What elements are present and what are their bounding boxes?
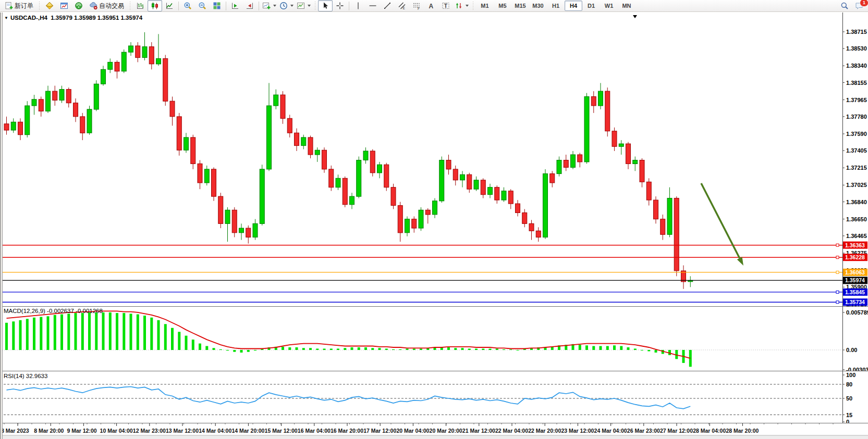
label-tool-button[interactable]: T <box>438 0 453 11</box>
price-badge: 1.36063 <box>843 269 867 276</box>
svg-text:1.36650: 1.36650 <box>846 216 867 222</box>
svg-text:-0.003039: -0.003039 <box>846 367 868 371</box>
signals-button[interactable] <box>71 0 86 11</box>
svg-text:1.36228: 1.36228 <box>845 254 865 260</box>
main-price-panel[interactable]: 1.387151.385301.383401.381551.379651.377… <box>0 12 868 306</box>
clock-icon <box>279 2 288 10</box>
candlestick-chart-button[interactable] <box>148 0 162 11</box>
zoom-in-button[interactable] <box>180 0 195 11</box>
arrows-icon <box>455 2 463 10</box>
chart-shift-icon <box>246 2 254 10</box>
svg-text:16 Mar 04:00: 16 Mar 04:00 <box>298 428 331 434</box>
toolbar-separator <box>178 2 179 10</box>
tf-button-w1[interactable]: W1 <box>600 1 618 11</box>
fibonacci-icon: F <box>412 2 421 10</box>
signals-icon <box>75 2 83 10</box>
tf-button-m30[interactable]: M30 <box>529 1 547 11</box>
market-diamond-icon <box>45 2 54 10</box>
svg-text:T: T <box>444 3 448 9</box>
line-chart-button[interactable] <box>162 0 177 11</box>
chart-title: ▼USDCAD-,H4 1.35979 1.35989 1.35951 1.35… <box>4 15 142 21</box>
tile-windows-button[interactable] <box>210 0 224 11</box>
svg-text:0.005789: 0.005789 <box>846 309 868 316</box>
macd-panel[interactable]: 0.0057890.00-0.003039 <box>0 306 868 371</box>
auto-trading-label: 自动交易 <box>99 2 124 10</box>
text-tool-button[interactable]: A <box>424 0 438 11</box>
tf-button-h1[interactable]: H1 <box>547 1 565 11</box>
svg-text:8 Mar 20:00: 8 Mar 20:00 <box>34 428 64 434</box>
market-button[interactable] <box>42 0 57 11</box>
svg-text:20 Mar 20:00: 20 Mar 20:00 <box>430 428 462 434</box>
ohlc-toggle-icon[interactable]: ▼ <box>4 16 8 20</box>
trendline-tool-button[interactable] <box>380 0 395 11</box>
tf-button-m5[interactable]: M5 <box>494 1 511 11</box>
new-chart-button[interactable] <box>261 0 278 11</box>
svg-text:1.36063: 1.36063 <box>845 269 865 275</box>
toolbar: 新订单 自动交易 <box>0 0 868 12</box>
charts-window-button[interactable] <box>57 0 71 11</box>
svg-text:15: 15 <box>846 412 852 418</box>
svg-text:1.37405: 1.37405 <box>846 147 867 154</box>
svg-text:1.37215: 1.37215 <box>846 165 867 171</box>
svg-text:8 Mar 2023: 8 Mar 2023 <box>1 428 29 434</box>
svg-text:15 Mar 12:00: 15 Mar 12:00 <box>265 428 298 434</box>
horizontal-line-tool-button[interactable] <box>365 0 380 11</box>
svg-text:1.36363: 1.36363 <box>845 242 865 248</box>
toolbar-separator <box>349 2 349 10</box>
fibonacci-tool-button[interactable]: F <box>409 0 424 11</box>
tf-button-mn[interactable]: MN <box>618 1 635 11</box>
rsi-panel[interactable]: 1008050150 <box>0 371 868 423</box>
auto-scroll-button[interactable] <box>228 0 242 11</box>
trendline-icon <box>383 2 392 10</box>
tf-button-h4[interactable]: H4 <box>565 1 582 11</box>
svg-text:14 Mar 04:00: 14 Mar 04:00 <box>199 428 231 434</box>
svg-text:1.35974: 1.35974 <box>845 277 865 283</box>
svg-text:16 Mar 20:00: 16 Mar 20:00 <box>331 428 363 434</box>
svg-text:A: A <box>429 3 434 10</box>
zoom-out-button[interactable] <box>195 0 210 11</box>
tf-button-m15[interactable]: M15 <box>511 1 529 11</box>
chart-shift-button[interactable] <box>242 0 257 11</box>
vertical-line-tool-button[interactable] <box>351 0 365 11</box>
line-chart-icon <box>165 2 174 10</box>
text-label-icon: T <box>442 2 450 10</box>
chart-window-icon <box>60 2 68 10</box>
svg-text:23 Mar 12:00: 23 Mar 12:00 <box>561 428 594 434</box>
toolbar-grip <box>39 2 40 10</box>
svg-text:12 Mar 23:00: 12 Mar 23:00 <box>133 428 166 434</box>
equidistant-channel-tool-button[interactable]: E <box>395 0 409 11</box>
toolbar-grip <box>129 2 131 10</box>
notifications-button[interactable]: 1 <box>852 0 866 11</box>
template-icon <box>297 2 305 10</box>
tf-button-d1[interactable]: D1 <box>582 1 600 11</box>
svg-text:9 Mar 12:00: 9 Mar 12:00 <box>67 428 96 434</box>
price-badge: 1.35734 <box>843 298 867 306</box>
svg-text:17 Mar 12:00: 17 Mar 12:00 <box>363 428 396 434</box>
svg-text:13 Mar 12:00: 13 Mar 12:00 <box>166 428 199 434</box>
crosshair-button[interactable] <box>333 0 347 11</box>
svg-text:22 Mar 04:00: 22 Mar 04:00 <box>495 428 528 434</box>
svg-text:1.36840: 1.36840 <box>846 199 867 205</box>
auto-trading-button[interactable]: 自动交易 <box>86 0 127 11</box>
arrows-tool-button[interactable] <box>453 0 470 11</box>
new-order-button[interactable]: 新订单 <box>2 0 36 11</box>
templates-button[interactable] <box>295 0 312 11</box>
toolbar-grip <box>314 2 316 10</box>
crosshair-icon <box>336 2 344 10</box>
svg-text:1.37590: 1.37590 <box>846 131 867 137</box>
bar-chart-button[interactable] <box>133 0 148 11</box>
chevron-down-icon <box>290 5 294 7</box>
svg-text:1.38340: 1.38340 <box>846 62 867 69</box>
periods-button[interactable] <box>278 0 295 11</box>
rsi-indicator-label: RSI(14) 32.9633 <box>4 373 47 379</box>
search-button[interactable] <box>837 0 852 11</box>
tf-button-m1[interactable]: M1 <box>476 1 494 11</box>
svg-text:F: F <box>418 7 420 10</box>
price-badge: 1.36363 <box>843 242 867 249</box>
svg-text:1.37780: 1.37780 <box>846 114 867 120</box>
ohlc-values: 1.35979 1.35989 1.35951 1.35974 <box>51 15 142 21</box>
svg-text:1.35845: 1.35845 <box>845 289 865 295</box>
time-axis[interactable]: 8 Mar 20238 Mar 20:009 Mar 12:0010 Mar 0… <box>0 423 868 439</box>
cursor-button[interactable] <box>318 0 333 11</box>
price-badge: 1.35845 <box>843 289 867 296</box>
